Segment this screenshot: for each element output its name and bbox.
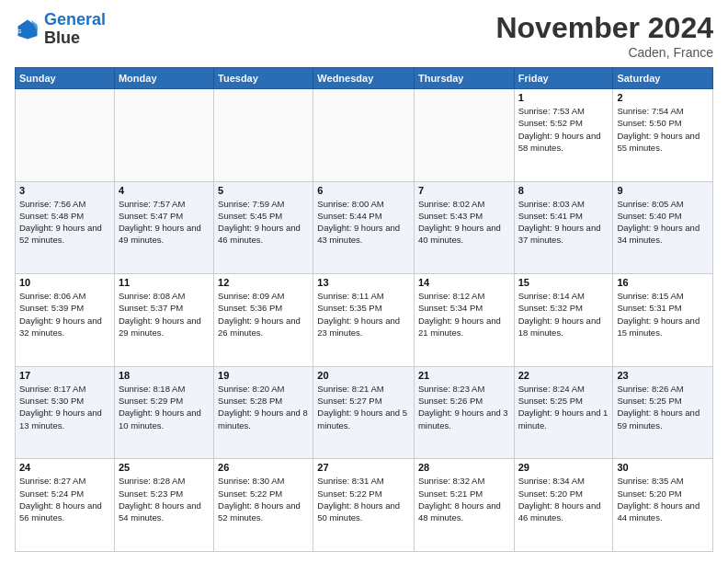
calendar-cell-w3-d4: 14Sunrise: 8:12 AM Sunset: 5:34 PM Dayli… <box>414 274 514 367</box>
calendar-header-row: Sunday Monday Tuesday Wednesday Thursday… <box>16 68 713 89</box>
day-info: Sunrise: 8:27 AM Sunset: 5:24 PM Dayligh… <box>19 475 110 523</box>
day-number: 30 <box>617 462 709 473</box>
day-info: Sunrise: 8:03 AM Sunset: 5:41 PM Dayligh… <box>518 198 609 247</box>
title-block: November 2024 Caden, France <box>495 11 713 60</box>
day-number: 15 <box>518 277 609 288</box>
logo: G General Blue <box>15 11 106 48</box>
calendar-cell-w5-d3: 27Sunrise: 8:31 AM Sunset: 5:22 PM Dayli… <box>313 459 415 552</box>
calendar-week-5: 24Sunrise: 8:27 AM Sunset: 5:24 PM Dayli… <box>16 459 713 552</box>
day-number: 18 <box>119 370 210 381</box>
day-info: Sunrise: 8:00 AM Sunset: 5:44 PM Dayligh… <box>317 198 410 247</box>
calendar-cell-w2-d3: 6Sunrise: 8:00 AM Sunset: 5:44 PM Daylig… <box>313 181 415 274</box>
logo-line1: General <box>44 10 106 29</box>
day-number: 3 <box>19 185 110 196</box>
calendar-cell-w4-d0: 17Sunrise: 8:17 AM Sunset: 5:30 PM Dayli… <box>16 366 115 459</box>
calendar-table: Sunday Monday Tuesday Wednesday Thursday… <box>15 67 713 552</box>
day-info: Sunrise: 8:05 AM Sunset: 5:40 PM Dayligh… <box>617 198 709 247</box>
day-info: Sunrise: 8:35 AM Sunset: 5:20 PM Dayligh… <box>617 475 709 523</box>
calendar-cell-w5-d0: 24Sunrise: 8:27 AM Sunset: 5:24 PM Dayli… <box>16 459 115 552</box>
calendar-cell-w3-d5: 15Sunrise: 8:14 AM Sunset: 5:32 PM Dayli… <box>514 274 613 367</box>
day-info: Sunrise: 8:21 AM Sunset: 5:27 PM Dayligh… <box>317 383 410 431</box>
day-number: 29 <box>518 462 609 473</box>
day-info: Sunrise: 7:57 AM Sunset: 5:47 PM Dayligh… <box>119 198 210 247</box>
day-info: Sunrise: 8:23 AM Sunset: 5:26 PM Dayligh… <box>418 383 510 431</box>
day-number: 27 <box>317 462 410 473</box>
day-number: 6 <box>317 185 410 196</box>
header: G General Blue November 2024 Caden, Fran… <box>15 11 713 60</box>
day-info: Sunrise: 7:54 AM Sunset: 5:50 PM Dayligh… <box>617 105 709 154</box>
day-info: Sunrise: 8:08 AM Sunset: 5:37 PM Dayligh… <box>119 290 210 339</box>
calendar-cell-w3-d6: 16Sunrise: 8:15 AM Sunset: 5:31 PM Dayli… <box>613 274 713 367</box>
day-info: Sunrise: 8:17 AM Sunset: 5:30 PM Dayligh… <box>19 383 110 431</box>
col-thursday: Thursday <box>414 68 514 89</box>
calendar-cell-w4-d4: 21Sunrise: 8:23 AM Sunset: 5:26 PM Dayli… <box>414 366 514 459</box>
col-tuesday: Tuesday <box>214 68 313 89</box>
calendar-cell-w1-d0 <box>16 89 115 182</box>
day-number: 14 <box>418 277 510 288</box>
calendar-cell-w3-d0: 10Sunrise: 8:06 AM Sunset: 5:39 PM Dayli… <box>16 274 115 367</box>
calendar-week-2: 3Sunrise: 7:56 AM Sunset: 5:48 PM Daylig… <box>16 181 713 274</box>
calendar-cell-w1-d4 <box>414 89 514 182</box>
day-info: Sunrise: 8:34 AM Sunset: 5:20 PM Dayligh… <box>518 475 609 523</box>
page: G General Blue November 2024 Caden, Fran… <box>0 0 728 563</box>
day-number: 23 <box>617 370 709 381</box>
calendar-cell-w3-d1: 11Sunrise: 8:08 AM Sunset: 5:37 PM Dayli… <box>114 274 213 367</box>
day-number: 1 <box>518 92 609 103</box>
day-number: 26 <box>218 462 309 473</box>
day-info: Sunrise: 8:14 AM Sunset: 5:32 PM Dayligh… <box>518 290 609 339</box>
col-saturday: Saturday <box>613 68 713 89</box>
day-info: Sunrise: 8:02 AM Sunset: 5:43 PM Dayligh… <box>418 198 510 247</box>
day-info: Sunrise: 7:59 AM Sunset: 5:45 PM Dayligh… <box>218 198 309 247</box>
calendar-cell-w2-d0: 3Sunrise: 7:56 AM Sunset: 5:48 PM Daylig… <box>16 181 115 274</box>
day-info: Sunrise: 8:31 AM Sunset: 5:22 PM Dayligh… <box>317 475 410 523</box>
calendar-cell-w1-d3 <box>313 89 415 182</box>
day-number: 22 <box>518 370 609 381</box>
day-number: 20 <box>317 370 410 381</box>
location: Caden, France <box>495 45 713 60</box>
calendar-week-1: 1Sunrise: 7:53 AM Sunset: 5:52 PM Daylig… <box>16 89 713 182</box>
calendar-cell-w5-d2: 26Sunrise: 8:30 AM Sunset: 5:22 PM Dayli… <box>214 459 313 552</box>
day-number: 12 <box>218 277 309 288</box>
calendar-cell-w5-d5: 29Sunrise: 8:34 AM Sunset: 5:20 PM Dayli… <box>514 459 613 552</box>
day-number: 4 <box>119 185 210 196</box>
day-number: 9 <box>617 185 709 196</box>
day-number: 24 <box>19 462 110 473</box>
month-title: November 2024 <box>495 11 713 45</box>
calendar-cell-w4-d3: 20Sunrise: 8:21 AM Sunset: 5:27 PM Dayli… <box>313 366 415 459</box>
day-number: 28 <box>418 462 510 473</box>
day-info: Sunrise: 8:11 AM Sunset: 5:35 PM Dayligh… <box>317 290 410 339</box>
day-info: Sunrise: 7:56 AM Sunset: 5:48 PM Dayligh… <box>19 198 110 247</box>
svg-text:G: G <box>17 27 22 33</box>
day-number: 10 <box>19 277 110 288</box>
logo-line2: Blue <box>44 29 106 48</box>
day-info: Sunrise: 8:28 AM Sunset: 5:23 PM Dayligh… <box>119 475 210 523</box>
calendar-week-4: 17Sunrise: 8:17 AM Sunset: 5:30 PM Dayli… <box>16 366 713 459</box>
calendar-cell-w1-d2 <box>214 89 313 182</box>
logo-icon: G <box>15 17 40 42</box>
day-info: Sunrise: 8:32 AM Sunset: 5:21 PM Dayligh… <box>418 475 510 523</box>
day-info: Sunrise: 8:06 AM Sunset: 5:39 PM Dayligh… <box>19 290 110 339</box>
calendar-cell-w2-d2: 5Sunrise: 7:59 AM Sunset: 5:45 PM Daylig… <box>214 181 313 274</box>
calendar-cell-w5-d1: 25Sunrise: 8:28 AM Sunset: 5:23 PM Dayli… <box>114 459 213 552</box>
calendar-cell-w4-d2: 19Sunrise: 8:20 AM Sunset: 5:28 PM Dayli… <box>214 366 313 459</box>
day-info: Sunrise: 8:30 AM Sunset: 5:22 PM Dayligh… <box>218 475 309 523</box>
calendar-cell-w1-d5: 1Sunrise: 7:53 AM Sunset: 5:52 PM Daylig… <box>514 89 613 182</box>
col-wednesday: Wednesday <box>313 68 415 89</box>
day-number: 17 <box>19 370 110 381</box>
day-number: 7 <box>418 185 510 196</box>
calendar-cell-w3-d2: 12Sunrise: 8:09 AM Sunset: 5:36 PM Dayli… <box>214 274 313 367</box>
calendar-cell-w3-d3: 13Sunrise: 8:11 AM Sunset: 5:35 PM Dayli… <box>313 274 415 367</box>
calendar-cell-w2-d5: 8Sunrise: 8:03 AM Sunset: 5:41 PM Daylig… <box>514 181 613 274</box>
day-info: Sunrise: 8:24 AM Sunset: 5:25 PM Dayligh… <box>518 383 609 431</box>
day-info: Sunrise: 8:12 AM Sunset: 5:34 PM Dayligh… <box>418 290 510 339</box>
day-info: Sunrise: 8:20 AM Sunset: 5:28 PM Dayligh… <box>218 383 309 431</box>
day-number: 2 <box>617 92 709 103</box>
calendar-cell-w1-d1 <box>114 89 213 182</box>
calendar-cell-w2-d6: 9Sunrise: 8:05 AM Sunset: 5:40 PM Daylig… <box>613 181 713 274</box>
col-friday: Friday <box>514 68 613 89</box>
day-number: 21 <box>418 370 510 381</box>
col-monday: Monday <box>114 68 213 89</box>
day-number: 19 <box>218 370 309 381</box>
day-number: 5 <box>218 185 309 196</box>
day-number: 8 <box>518 185 609 196</box>
